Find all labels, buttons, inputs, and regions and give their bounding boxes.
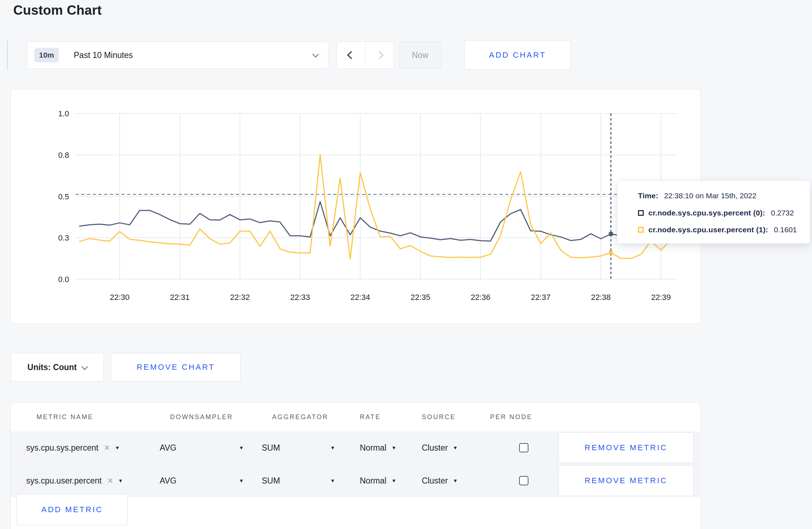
rate-dropdown[interactable]: Normal ▼ — [360, 431, 396, 464]
downsampler-dropdown[interactable]: AVG ▼ — [160, 464, 244, 497]
time-pager — [337, 42, 394, 69]
chart-card: 0.00.30.50.81.022:3022:3122:3222:3322:34… — [10, 89, 701, 324]
svg-text:22:39: 22:39 — [651, 293, 671, 302]
add-metric-button[interactable]: ADD METRIC — [16, 494, 128, 525]
tooltip-time-value: 22:38:10 on Mar 15th, 2022 — [664, 191, 757, 200]
caret-down-icon: ▼ — [239, 445, 244, 451]
source-dropdown[interactable]: Cluster ▼ — [422, 464, 458, 497]
svg-text:22:34: 22:34 — [351, 293, 370, 302]
aggregator-dropdown[interactable]: SUM ▼ — [262, 431, 335, 464]
time-range-label: Past 10 Minutes — [74, 50, 133, 60]
svg-text:0.5: 0.5 — [58, 192, 69, 201]
rate-value: Normal — [360, 443, 386, 453]
remove-metric-button[interactable]: REMOVE METRIC — [559, 465, 693, 496]
caret-down-icon: ▼ — [115, 445, 120, 451]
chart-hover-tooltip: Time: 22:38:10 on Mar 15th, 2022 cr.node… — [617, 180, 810, 244]
header-per-node: PER NODE — [490, 403, 532, 431]
tooltip-series-row: cr.node.sys.cpu.sys.percent (0): 0.2732 — [638, 209, 797, 217]
time-range-badge: 10m — [34, 48, 59, 62]
aggregator-value: SUM — [262, 476, 280, 486]
source-value: Cluster — [422, 476, 448, 486]
tooltip-series-row: cr.node.sys.cpu.user.percent (1): 0.1601 — [638, 225, 797, 234]
svg-text:22:36: 22:36 — [471, 293, 490, 302]
caret-down-icon: ▼ — [453, 445, 458, 451]
chevron-right-icon — [376, 51, 384, 59]
units-label: Units: Count — [28, 363, 77, 372]
svg-text:0.0: 0.0 — [58, 275, 69, 284]
table-row: sys.cpu.user.percent × ▼ AVG ▼ SUM ▼ Nor… — [11, 464, 700, 497]
chevron-down-icon — [82, 363, 88, 370]
tooltip-time-label: Time: — [638, 191, 658, 200]
chevron-left-icon — [347, 51, 355, 59]
units-select[interactable]: Units: Count — [11, 353, 104, 382]
header-downsampler: DOWNSAMPLER — [170, 403, 233, 431]
toolbar-accent-bar — [7, 40, 8, 70]
caret-down-icon: ▼ — [330, 445, 335, 451]
svg-text:0.8: 0.8 — [58, 151, 69, 160]
remove-chart-button[interactable]: REMOVE CHART — [111, 353, 241, 382]
caret-down-icon: ▼ — [391, 478, 396, 484]
header-rate: RATE — [360, 403, 381, 431]
cpu-percent-chart[interactable]: 0.00.30.50.81.022:3022:3122:3222:3322:34… — [11, 89, 700, 323]
tooltip-series-value: 0.1601 — [774, 225, 797, 234]
metric-name-text: sys.cpu.user.percent — [26, 476, 102, 486]
rate-value: Normal — [360, 476, 386, 486]
caret-down-icon: ▼ — [453, 478, 458, 484]
metric-name-dropdown[interactable]: sys.cpu.sys.percent × ▼ — [26, 431, 155, 464]
svg-text:0.3: 0.3 — [58, 233, 69, 242]
per-node-cell — [519, 431, 528, 464]
svg-text:22:35: 22:35 — [411, 293, 430, 302]
user-percent-swatch-icon — [638, 227, 644, 233]
now-button[interactable]: Now — [399, 42, 441, 69]
caret-down-icon: ▼ — [391, 445, 396, 451]
prev-range-button[interactable] — [337, 42, 365, 68]
per-node-checkbox[interactable] — [519, 476, 528, 485]
per-node-cell — [519, 464, 528, 497]
tooltip-series-value: 0.2732 — [771, 209, 794, 217]
metric-name-dropdown[interactable]: sys.cpu.user.percent × ▼ — [26, 464, 155, 497]
source-dropdown[interactable]: Cluster ▼ — [422, 431, 458, 464]
remove-metric-button[interactable]: REMOVE METRIC — [559, 432, 693, 463]
svg-text:22:32: 22:32 — [230, 293, 250, 302]
svg-text:22:30: 22:30 — [110, 293, 130, 302]
source-value: Cluster — [422, 443, 448, 453]
next-range-button[interactable] — [365, 42, 393, 68]
svg-text:1.0: 1.0 — [58, 109, 69, 118]
downsampler-dropdown[interactable]: AVG ▼ — [160, 431, 244, 464]
sys-percent-swatch-icon — [638, 210, 644, 216]
downsampler-value: AVG — [160, 476, 177, 486]
caret-down-icon: ▼ — [239, 478, 244, 484]
svg-text:22:38: 22:38 — [591, 293, 611, 302]
svg-text:22:33: 22:33 — [290, 293, 310, 302]
header-metric-name: METRIC NAME — [37, 403, 93, 431]
metric-name-text: sys.cpu.sys.percent — [26, 443, 98, 453]
per-node-checkbox[interactable] — [519, 443, 528, 452]
downsampler-value: AVG — [160, 443, 177, 453]
rate-dropdown[interactable]: Normal ▼ — [360, 464, 396, 497]
header-source: SOURCE — [422, 403, 456, 431]
svg-text:22:31: 22:31 — [170, 293, 190, 302]
header-aggregator: AGGREGATOR — [272, 403, 328, 431]
remove-metric-x-icon[interactable]: × — [104, 443, 110, 453]
table-row: sys.cpu.sys.percent × ▼ AVG ▼ SUM ▼ Norm… — [11, 431, 700, 464]
caret-down-icon: ▼ — [330, 478, 335, 484]
caret-down-icon: ▼ — [118, 478, 123, 484]
aggregator-value: SUM — [262, 443, 280, 453]
chevron-down-icon — [312, 51, 319, 57]
tooltip-time-row: Time: 22:38:10 on Mar 15th, 2022 — [638, 191, 797, 200]
aggregator-dropdown[interactable]: SUM ▼ — [262, 464, 335, 497]
page-title: Custom Chart — [13, 3, 102, 18]
remove-metric-x-icon[interactable]: × — [107, 476, 113, 486]
tooltip-series-label: cr.node.sys.cpu.sys.percent (0): — [648, 209, 765, 217]
add-chart-button[interactable]: ADD CHART — [464, 40, 571, 70]
svg-text:22:37: 22:37 — [531, 293, 551, 302]
time-range-select[interactable]: 10m Past 10 Minutes — [27, 42, 328, 69]
tooltip-series-label: cr.node.sys.cpu.user.percent (1): — [648, 225, 768, 234]
